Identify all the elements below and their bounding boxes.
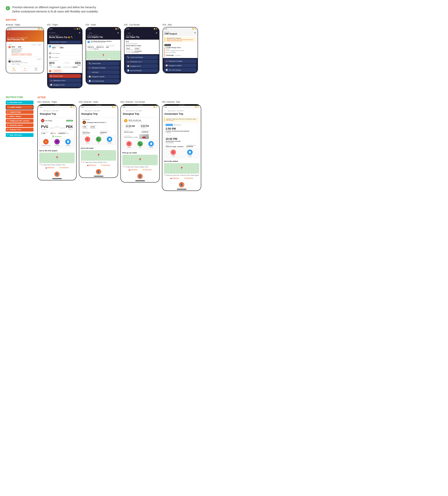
see-train-receipt-btn[interactable]: 🧾 See Train Receipt bbox=[164, 68, 196, 72]
android-segment-1: 08/31 9:30am - 2:05pm 2 SFO → JFK bbox=[7, 43, 43, 57]
on-time-badge: ON TIME bbox=[66, 120, 73, 121]
after-hotel-get-to: Get to the hotel 📍 📍 51 Yingbin Expy, Pu… bbox=[79, 146, 118, 168]
hotel-location-icon: 📍 bbox=[81, 161, 82, 163]
ride-share-btn[interactable]: Ride Share bbox=[12, 53, 19, 55]
ios-hotel-close[interactable]: ✕ bbox=[117, 31, 119, 34]
remove-flight-btn[interactable]: 🗑 Remove Flight bbox=[49, 74, 81, 78]
android-segment-2: 08/31 4 Nights 3 Best Western 1501 Missi… bbox=[7, 57, 43, 66]
header-section: C Prioritize elements on different segme… bbox=[6, 6, 218, 13]
cancel-nav[interactable]: ✕ Cancel bbox=[23, 68, 27, 71]
rail-fare-row: FARE Advanced Single - Standard CONFIRMA… bbox=[164, 144, 199, 148]
rail-rideshare-action[interactable]: 🚗 Rideshare bbox=[170, 177, 179, 179]
car3-icon: 🚗 bbox=[166, 60, 168, 62]
badge-3: 3 bbox=[8, 60, 11, 63]
cancel-car-btn[interactable]: ✏️ Cancel Car Rental bbox=[126, 55, 158, 59]
after-hotel-header-bar: ← MON, AUG 31 - SUN, SEP 6 Shanghai Trip bbox=[79, 108, 118, 117]
after-rail-label: iOS / Android - Rail bbox=[162, 101, 201, 103]
android-flight-phone: 12:32 📶 🔋 ← Sat, Aug 31st - Thu, Sep 5th… bbox=[6, 27, 44, 73]
layer-7: 7 - Map / Direction bbox=[6, 133, 33, 137]
car-directions-action[interactable]: 🧭 Directions bbox=[142, 169, 152, 171]
after-car-back-icon[interactable]: ← bbox=[123, 109, 125, 112]
navigate-icon: 🧭 bbox=[50, 84, 52, 86]
details-link[interactable]: Details bbox=[65, 133, 69, 134]
ios-hotel-status: 13:14 📶 🔋 bbox=[86, 27, 121, 31]
edit-seat-link[interactable]: Edit bbox=[53, 133, 56, 134]
car-call-icon: 📞 bbox=[138, 141, 143, 146]
pvg-map-btn[interactable]: 🗺 PVG Map bbox=[52, 139, 62, 146]
navigate-station-btn[interactable]: 🧭 Navigate to Station bbox=[164, 63, 196, 67]
layer-0: 0 - Reminder note bbox=[6, 101, 33, 104]
rail-departure: 2:50 PM London St Pancras International … bbox=[164, 127, 199, 134]
pencil-icon: ✏️ bbox=[89, 62, 91, 64]
rideshare-sfo-btn[interactable]: 🚗 Rideshare to SFO bbox=[49, 78, 81, 82]
ios-flight-header: 🔍 Search ✕ OCT 31 - NOV 3 Murder Mystery… bbox=[47, 31, 82, 40]
rail-receipt-btn[interactable]: 🧾 Receipt bbox=[182, 150, 198, 156]
android-trip-title: San Francisco Trip bbox=[7, 38, 27, 41]
hotel-directions-action[interactable]: 🧭 Directions bbox=[101, 164, 110, 166]
after-rail-action-row: ✕ Cancel 🧾 Receipt bbox=[164, 148, 199, 158]
rideshare-westin-btn[interactable]: 🚗 Rideshare to Westin bbox=[87, 66, 120, 70]
before-section: BEFORE Android - Flight 12:32 📶 🔋 ← Sat,… bbox=[6, 18, 218, 88]
restructure-label: RESTRUCTURE bbox=[6, 96, 33, 99]
check-in-btn[interactable]: CHECK IN bbox=[52, 70, 62, 72]
navigate-westin-btn[interactable]: 🧭 Navigate to Westin bbox=[87, 75, 120, 78]
call-hotel-btn[interactable]: 📞 Call Hotel bbox=[87, 70, 120, 74]
after-hotel-avatar-area: 👤 bbox=[79, 168, 118, 175]
cancel-hotel-btn[interactable]: ✏️ Cancel Hotel bbox=[87, 62, 120, 65]
rideshare-station-btn[interactable]: 🚗 Rideshare to Station bbox=[164, 59, 196, 63]
hotel-call-btn[interactable]: 📞 Call bbox=[94, 137, 104, 143]
support-nav[interactable]: 💬 Support bbox=[34, 68, 38, 71]
after-rail-map: 📍 bbox=[164, 163, 199, 174]
hotel-receipt-btn[interactable]: 🧾 Receipt bbox=[105, 137, 114, 143]
rail-close-icon[interactable]: ✕ bbox=[194, 31, 196, 35]
rail-cancel-btn[interactable]: ✕ Cancel bbox=[166, 150, 181, 156]
see-car-receipt-btn[interactable]: 🧾 See Car Receipt bbox=[126, 69, 158, 72]
car-receipt-btn[interactable]: 🧾 Receipt bbox=[146, 141, 156, 148]
ios-car-before-col: iOS - Car Rental 13:55 📶 🔋 ← back ✕ OCT … bbox=[124, 24, 159, 74]
hotel-cancel-btn[interactable]: ✕ Cancel bbox=[82, 137, 93, 143]
car-call-btn[interactable]: 📞 Call bbox=[135, 141, 145, 148]
back-arrow-icon[interactable]: ← bbox=[8, 31, 10, 34]
ios-car-close[interactable]: ✕ bbox=[156, 31, 157, 34]
receipt-btn[interactable]: Receipt bbox=[26, 53, 32, 55]
car-cancel-btn[interactable]: ✕ Cancel bbox=[124, 141, 134, 148]
rail-directions-action[interactable]: 🧭 Directions bbox=[184, 177, 193, 179]
car-rideshare-icon: 🚗 bbox=[128, 169, 130, 171]
navigate-sfo-btn[interactable]: 🧭 Navigate to SFO bbox=[49, 83, 81, 87]
change-cancel-btn[interactable]: ✏️ Change / Cancel bbox=[41, 139, 51, 146]
after-hotel-label: iOS / Android - Hotel bbox=[79, 101, 118, 103]
rideshare-ez-btn[interactable]: 🚗 Rideshare to E-Z bbox=[126, 60, 158, 63]
get-to-station-title: Get to the station bbox=[164, 160, 199, 162]
ios-hotel-content: 2 The Westin Bonaventure Hotel &... Room… bbox=[86, 40, 121, 60]
see-hotel-receipt-btn[interactable]: 🧾 See Hotel Receipt bbox=[87, 79, 120, 83]
ios-status: 13:24 ● ▲ 📶 🔋 bbox=[47, 27, 82, 31]
after-flight-get-to: Get to the PVG airport 📍 📍 51 Yingbin Ex… bbox=[38, 148, 76, 170]
after-rail-back-icon[interactable]: ← bbox=[164, 109, 167, 112]
car-rideshare-action[interactable]: 🚗 Rideshare bbox=[128, 169, 138, 171]
rail-user-avatar: 👤 bbox=[179, 182, 184, 187]
directions-action[interactable]: 🧭 Directions bbox=[59, 167, 69, 169]
ios-hotel-actions: ✏️ Cancel Hotel 🚗 Rideshare to Westin 📞 … bbox=[86, 60, 121, 84]
ios-car-phone: 13:55 📶 🔋 ← back ✕ OCT 30 - 31 Las Vegas… bbox=[124, 27, 159, 74]
android-flight-before-col: Android - Flight 12:32 📶 🔋 ← Sat, Aug 31… bbox=[6, 24, 44, 73]
change-nav[interactable]: ✏️ Change bbox=[12, 68, 16, 71]
how-it-works-link[interactable]: How it works? bbox=[166, 120, 198, 121]
car-directions-icon: 🧭 bbox=[142, 169, 144, 171]
ios-car-info: E-Z McCarren Intl Airport Nissan Altima … bbox=[124, 40, 159, 54]
navigate-ez-btn[interactable]: 🧭 Navigate to E-Z bbox=[126, 64, 158, 68]
after-car-address: 📍 51 Yingbin Expy, Pudong, Shanghai, Chi… bbox=[122, 166, 158, 168]
rideshare-action[interactable]: 🚗 Rideshare bbox=[45, 167, 55, 169]
rail-cancel-icon: ✕ bbox=[170, 150, 176, 155]
home-bar-rail bbox=[162, 188, 201, 190]
after-hotel-segment-card: Personal Trip M Shanghai Marriott Hotel … bbox=[81, 118, 116, 145]
receipt-action-btn[interactable]: 🧾 Receipt bbox=[63, 139, 73, 146]
after-flight-back-icon[interactable]: ← bbox=[40, 109, 42, 112]
restructure-panel: RESTRUCTURE 0 - Reminder note 1 - Label … bbox=[6, 96, 33, 138]
rail-location-icon: 📍 bbox=[164, 174, 165, 176]
hotel-rideshare-action[interactable]: 🚗 Rideshare bbox=[87, 164, 96, 166]
ios-close-icon[interactable]: ✕ bbox=[79, 31, 81, 34]
rideshare-icon: 🚗 bbox=[50, 79, 52, 81]
after-hotel-back-icon[interactable]: ← bbox=[81, 109, 83, 112]
navigate-btn[interactable]: Navigate bbox=[19, 53, 26, 55]
car-icon: 🚗 bbox=[89, 67, 91, 69]
